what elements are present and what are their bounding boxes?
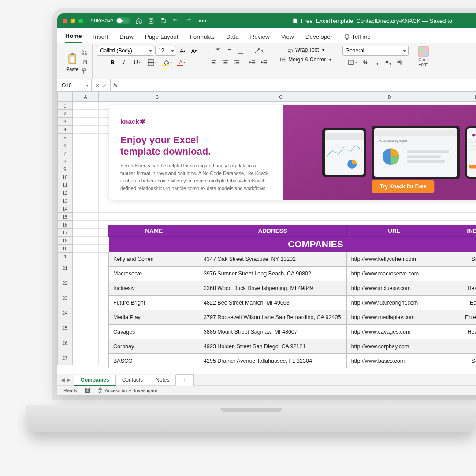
row-header[interactable]: 6 <box>58 141 73 149</box>
column-header[interactable]: INDUSTRY <box>442 225 476 237</box>
cell[interactable] <box>72 197 98 205</box>
row-header[interactable]: 16 <box>58 221 73 229</box>
align-top-icon[interactable] <box>212 46 223 56</box>
number-format-select[interactable]: General <box>342 46 409 56</box>
underline-button[interactable]: U <box>130 57 144 67</box>
table-cell[interactable]: http://www.mediaplay.com <box>346 310 442 325</box>
row-header[interactable]: 3 <box>58 118 73 126</box>
table-cell[interactable]: http://www.basco.com <box>346 354 442 368</box>
table-cell[interactable]: Services <box>442 354 476 368</box>
row-header[interactable]: 1 <box>58 102 73 110</box>
row-header[interactable]: 14 <box>58 205 73 213</box>
tab-draw[interactable]: Draw <box>119 33 134 43</box>
row-header[interactable]: 12 <box>58 189 73 197</box>
font-name-select[interactable]: Calibri (Body) <box>97 46 154 56</box>
sheet-tab-contacts[interactable]: Contacts <box>116 375 149 385</box>
cell[interactable] <box>72 237 98 245</box>
row-header[interactable]: 25 <box>58 320 73 335</box>
row-header[interactable]: 17 <box>58 229 73 237</box>
cell[interactable] <box>72 305 98 320</box>
add-sheet-button[interactable]: ＋ <box>176 374 194 386</box>
tab-page-layout[interactable]: Page Layout <box>145 33 178 43</box>
table-cell[interactable]: Media Play <box>109 310 199 325</box>
col-header[interactable]: A <box>72 92 98 102</box>
format-painter-icon[interactable] <box>81 68 88 74</box>
cell[interactable] <box>72 350 98 365</box>
minimize-icon[interactable] <box>71 19 75 23</box>
copy-icon[interactable] <box>81 59 88 65</box>
comma-button[interactable]: , <box>372 57 383 67</box>
borders-button[interactable] <box>145 57 159 67</box>
cell[interactable] <box>346 213 433 221</box>
conditional-formatting-icon[interactable] <box>418 46 429 57</box>
wrap-text-button[interactable]: Wrap Text▾ <box>286 46 327 54</box>
col-header[interactable]: E <box>433 92 476 102</box>
table-cell[interactable]: Tech <box>442 339 476 354</box>
column-header[interactable]: ADDRESS <box>199 225 347 237</box>
table-cell[interactable]: BASCO <box>109 354 199 368</box>
table-cell[interactable]: 4822 Bee Street Manton, MI 49663 <box>199 296 347 310</box>
table-cell[interactable]: Kelly and Cohen <box>109 252 199 267</box>
cell[interactable] <box>72 149 98 157</box>
table-cell[interactable]: http://www.cavages.com <box>346 325 442 339</box>
table-row[interactable]: Macroserve3976 Sumner Street Long Beach,… <box>109 267 476 281</box>
cell[interactable] <box>72 141 98 149</box>
col-header[interactable]: C <box>216 92 346 102</box>
autosave-toggle[interactable]: AutoSave OFF <box>90 17 130 24</box>
cell[interactable] <box>72 165 98 173</box>
row-header[interactable]: 20 <box>58 253 73 260</box>
tab-view[interactable]: View <box>281 33 294 43</box>
row-header[interactable]: 10 <box>58 173 73 181</box>
percent-button[interactable]: % <box>361 57 371 67</box>
row-header[interactable]: 8 <box>58 157 73 165</box>
table-cell[interactable]: Tech <box>442 267 476 281</box>
cell[interactable] <box>72 157 98 165</box>
cell[interactable] <box>72 320 98 335</box>
cell[interactable] <box>72 118 98 126</box>
row-header[interactable]: 22 <box>58 275 73 290</box>
accessibility-status[interactable]: Accessibility: Investigate <box>105 388 157 393</box>
table-cell[interactable]: http://www.corpbay.com <box>346 339 442 354</box>
row-header[interactable]: 4 <box>58 126 73 134</box>
cut-icon[interactable] <box>81 49 88 56</box>
align-middle-icon[interactable] <box>224 46 234 56</box>
tab-developer[interactable]: Developer <box>305 33 333 43</box>
row-header[interactable]: 18 <box>58 237 73 245</box>
col-header[interactable] <box>58 92 73 102</box>
cell[interactable] <box>72 205 98 213</box>
row-header[interactable]: 19 <box>58 245 73 253</box>
redo-icon[interactable] <box>185 17 192 24</box>
row-header[interactable]: 27 <box>58 350 73 365</box>
cell[interactable] <box>72 245 98 253</box>
sheet-next-icon[interactable]: ▶ <box>67 377 71 383</box>
maximize-icon[interactable] <box>78 19 83 23</box>
cancel-icon[interactable]: ✕ <box>95 82 100 89</box>
table-cell[interactable]: Corpbay <box>109 339 199 354</box>
table-cell[interactable]: Cavages <box>109 325 199 339</box>
table-cell[interactable]: 4923 Holden Street San Diego, CA 92121 <box>199 339 347 354</box>
table-cell[interactable]: 4347 Oak Street Syracuse, NY 13202 <box>199 252 347 267</box>
paste-button[interactable]: Paste <box>66 52 78 72</box>
cell[interactable] <box>72 229 98 237</box>
align-center-icon[interactable] <box>220 57 231 67</box>
row-header[interactable]: 7 <box>58 149 73 157</box>
row-header[interactable]: 23 <box>58 290 73 305</box>
table-row[interactable]: Media Play3797 Roosevelt Wilson Lane San… <box>109 310 476 325</box>
increase-indent-icon[interactable] <box>259 57 269 67</box>
row-header[interactable]: 11 <box>58 181 73 189</box>
cell[interactable] <box>216 213 346 221</box>
cell[interactable] <box>216 205 346 213</box>
col-header[interactable]: D <box>346 92 433 102</box>
sheet-tab-companies[interactable]: Companies <box>74 375 116 386</box>
sheet-tab-notes[interactable]: Notes <box>149 375 176 385</box>
table-cell[interactable]: 3885 Mount Street Saginaw, MI 48607 <box>199 325 347 339</box>
tab-formulas[interactable]: Formulas <box>190 33 215 43</box>
enter-icon[interactable]: ✓ <box>102 82 107 89</box>
column-header[interactable]: NAME <box>109 225 199 237</box>
cell[interactable] <box>72 189 98 197</box>
font-color-button[interactable]: A <box>175 57 189 67</box>
bold-button[interactable]: B <box>107 57 118 67</box>
tab-data[interactable]: Data <box>226 33 239 43</box>
decrease-indent-icon[interactable] <box>247 57 258 67</box>
close-icon[interactable] <box>63 19 67 23</box>
